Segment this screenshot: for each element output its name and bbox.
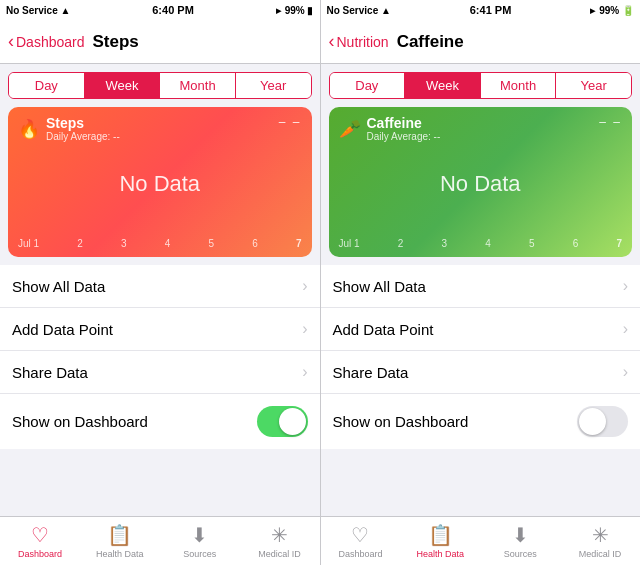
steps-share-label: Share Data <box>12 364 88 381</box>
steps-share-data[interactable]: Share Data › <box>0 351 320 394</box>
steps-seg-year[interactable]: Year <box>236 73 311 98</box>
caffeine-nav-bar: ‹ Nutrition Caffeine <box>321 20 641 64</box>
steps-show-all-data[interactable]: Show All Data › <box>0 265 320 308</box>
caffeine-chart-title: Caffeine <box>367 115 441 131</box>
steps-axis-3: 3 <box>121 238 127 249</box>
caffeine-tab-medical-label: Medical ID <box>579 549 622 559</box>
caffeine-tab-dashboard[interactable]: ♡ Dashboard <box>321 517 401 565</box>
caffeine-dashboard-right <box>577 406 628 437</box>
steps-chart-header: 🔥 Steps Daily Average: -- – – <box>8 107 312 144</box>
caffeine-chart-card: 🥕 Caffeine Daily Average: -- – – No Data… <box>329 107 633 257</box>
caffeine-tab-dashboard-label: Dashboard <box>338 549 382 559</box>
caffeine-share-data[interactable]: Share Data › <box>321 351 641 394</box>
caffeine-chart-header: 🥕 Caffeine Daily Average: -- – – <box>329 107 633 144</box>
battery-right: ▸ 99% 🔋 <box>590 5 634 16</box>
steps-chart-axis: Jul 1 2 3 4 5 6 7 <box>18 238 302 249</box>
bluetooth-icon-right: ▸ <box>590 5 595 16</box>
status-bar-left: No Service ▲ 6:40 PM ▸ 99% ▮ <box>0 0 320 20</box>
steps-tab-sources-label: Sources <box>183 549 216 559</box>
steps-tab-dashboard[interactable]: ♡ Dashboard <box>0 517 80 565</box>
caffeine-chart-subtitle: Daily Average: -- <box>367 131 441 142</box>
time-left: 6:40 PM <box>152 4 194 16</box>
caffeine-chart-icon: 🥕 <box>339 118 361 140</box>
steps-chart-icon-title: 🔥 Steps Daily Average: -- <box>18 115 120 142</box>
steps-dashboard-toggle[interactable] <box>257 406 308 437</box>
caffeine-seg-year[interactable]: Year <box>556 73 631 98</box>
steps-no-data: No Data <box>8 144 312 224</box>
steps-show-on-dashboard[interactable]: Show on Dashboard <box>0 394 320 449</box>
caffeine-tab-health-label: Health Data <box>417 549 465 559</box>
caffeine-axis-6: 6 <box>573 238 579 249</box>
caffeine-axis-jul1: Jul 1 <box>339 238 360 249</box>
steps-nav-bar: ‹ Dashboard Steps <box>0 20 320 64</box>
bluetooth-icon: ▸ <box>276 5 281 16</box>
steps-seg-week[interactable]: Week <box>85 73 161 98</box>
steps-segment-control: Day Week Month Year <box>8 72 312 99</box>
caffeine-add-data-label: Add Data Point <box>333 321 434 338</box>
caffeine-axis-3: 3 <box>442 238 448 249</box>
caffeine-tab-sources-icon: ⬇ <box>512 523 529 547</box>
steps-back-button[interactable]: ‹ Dashboard <box>8 31 85 52</box>
steps-show-all-label: Show All Data <box>12 278 105 295</box>
steps-seg-day[interactable]: Day <box>9 73 85 98</box>
signal-status: No Service ▲ <box>6 5 70 16</box>
caffeine-tab-medical[interactable]: ✳ Medical ID <box>560 517 640 565</box>
steps-axis-jul1: Jul 1 <box>18 238 39 249</box>
caffeine-show-on-dashboard[interactable]: Show on Dashboard <box>321 394 641 449</box>
steps-tab-sources[interactable]: ⬇ Sources <box>160 517 240 565</box>
caffeine-segment-control: Day Week Month Year <box>329 72 633 99</box>
caffeine-show-all-label: Show All Data <box>333 278 426 295</box>
status-bar-right: No Service ▲ 6:41 PM ▸ 99% 🔋 <box>321 0 641 20</box>
caffeine-tab-health-data[interactable]: 📋 Health Data <box>400 517 480 565</box>
caffeine-show-all-chevron: › <box>623 277 628 295</box>
steps-screen: ‹ Dashboard Steps Day Week Month Year 🔥 … <box>0 20 321 565</box>
caffeine-back-button[interactable]: ‹ Nutrition <box>329 31 389 52</box>
steps-title-group: Steps Daily Average: -- <box>46 115 120 142</box>
caffeine-dashboard-label: Show on Dashboard <box>333 413 469 430</box>
steps-seg-month[interactable]: Month <box>160 73 236 98</box>
steps-add-data-label: Add Data Point <box>12 321 113 338</box>
caffeine-share-chevron: › <box>623 363 628 381</box>
caffeine-screen: ‹ Nutrition Caffeine Day Week Month Year… <box>321 20 641 565</box>
steps-toggle-thumb <box>279 408 306 435</box>
caffeine-no-data: No Data <box>329 144 633 224</box>
steps-dashboard-right <box>257 406 308 437</box>
steps-add-data-point[interactable]: Add Data Point › <box>0 308 320 351</box>
caffeine-seg-day[interactable]: Day <box>330 73 406 98</box>
steps-back-label: Dashboard <box>16 34 85 50</box>
steps-dashboard-label: Show on Dashboard <box>12 413 148 430</box>
signal-status-right: No Service ▲ <box>327 5 391 16</box>
steps-tab-medical-icon: ✳ <box>271 523 288 547</box>
caffeine-toggle-thumb <box>579 408 606 435</box>
caffeine-back-label: Nutrition <box>337 34 389 50</box>
caffeine-add-data-point[interactable]: Add Data Point › <box>321 308 641 351</box>
caffeine-chart-menu[interactable]: – – <box>599 115 622 129</box>
battery-left: ▸ 99% ▮ <box>276 5 314 16</box>
steps-tab-dashboard-icon: ♡ <box>31 523 49 547</box>
caffeine-add-data-chevron: › <box>623 320 628 338</box>
caffeine-dashboard-toggle[interactable] <box>577 406 628 437</box>
steps-axis-7: 7 <box>296 238 302 249</box>
steps-share-chevron: › <box>302 363 307 381</box>
caffeine-axis-5: 5 <box>529 238 535 249</box>
steps-add-data-chevron: › <box>302 320 307 338</box>
steps-chart-subtitle: Daily Average: -- <box>46 131 120 142</box>
caffeine-tab-sources-label: Sources <box>504 549 537 559</box>
steps-chart-menu[interactable]: – – <box>279 115 302 129</box>
caffeine-axis-4: 4 <box>485 238 491 249</box>
steps-tab-medical[interactable]: ✳ Medical ID <box>240 517 320 565</box>
steps-axis-2: 2 <box>77 238 83 249</box>
time-right: 6:41 PM <box>470 4 512 16</box>
steps-tab-health-data[interactable]: 📋 Health Data <box>80 517 160 565</box>
steps-tab-bar: ♡ Dashboard 📋 Health Data ⬇ Sources ✳ Me… <box>0 516 320 565</box>
status-bars: No Service ▲ 6:40 PM ▸ 99% ▮ No Service … <box>0 0 640 20</box>
steps-chart-title: Steps <box>46 115 120 131</box>
steps-tab-dashboard-label: Dashboard <box>18 549 62 559</box>
caffeine-seg-week[interactable]: Week <box>405 73 481 98</box>
caffeine-seg-month[interactable]: Month <box>481 73 557 98</box>
caffeine-show-all-data[interactable]: Show All Data › <box>321 265 641 308</box>
caffeine-tab-sources[interactable]: ⬇ Sources <box>480 517 560 565</box>
caffeine-add-data-right: › <box>623 320 628 338</box>
steps-axis-6: 6 <box>252 238 258 249</box>
caffeine-title-group: Caffeine Daily Average: -- <box>367 115 441 142</box>
